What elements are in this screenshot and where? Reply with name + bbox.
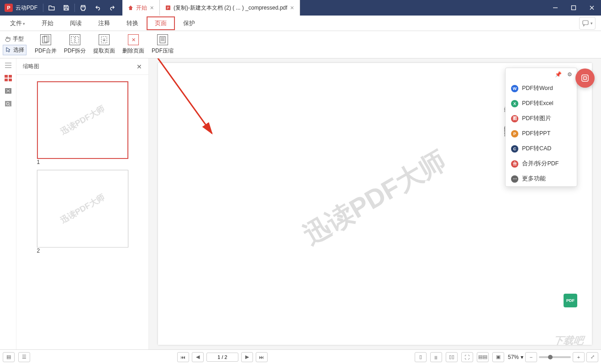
cad-icon: C xyxy=(511,145,518,153)
rail-outline-icon[interactable] xyxy=(4,61,13,69)
pager: ⏮ ◀ ▶ ⏭ xyxy=(177,352,268,362)
quick-action-button[interactable] xyxy=(575,69,595,88)
zoom-in-button[interactable]: + xyxy=(573,352,585,362)
close-icon[interactable]: ✕ xyxy=(150,5,154,11)
convert-image[interactable]: 图PDF转图片 xyxy=(506,111,577,126)
minimize-button[interactable] xyxy=(546,0,564,16)
tool-delete-page[interactable]: ✕ 删除页面 xyxy=(119,33,148,56)
tool-compress[interactable]: PDF压缩 xyxy=(148,33,177,56)
more-functions[interactable]: ⋯更多功能 xyxy=(506,171,577,186)
split-icon xyxy=(69,34,80,45)
rail-search-icon[interactable] xyxy=(4,100,13,108)
view-continuous-icon[interactable]: ⫼ xyxy=(430,352,442,362)
menu-protect[interactable]: 保护 xyxy=(175,16,203,30)
site-watermark: 下载吧 xyxy=(553,334,585,348)
convert-word[interactable]: WPDF转Word xyxy=(506,81,577,96)
menu-read[interactable]: 阅读 xyxy=(62,16,90,30)
ribbon: 手型 选择 PDF合并 PDF拆分 提取页面 ✕ 删除页面 PDF压缩 xyxy=(0,31,601,58)
svg-rect-11 xyxy=(9,75,12,78)
menu-convert[interactable]: 转换 xyxy=(118,16,147,30)
svg-rect-9 xyxy=(160,37,165,43)
view-facing-icon[interactable]: ▯▯ xyxy=(446,352,458,362)
separator xyxy=(74,4,75,12)
svg-rect-15 xyxy=(5,101,11,106)
app-name: 云动PDF xyxy=(16,4,37,12)
zoom-out-button[interactable]: − xyxy=(525,352,537,362)
svg-rect-13 xyxy=(9,79,12,81)
statusbar: ▤ ☰ ⏮ ◀ ▶ ⏭ ▯ ⫼ ▯▯ ⛶ ▤▤ ▣ 57%▾ − + ⤢ xyxy=(0,349,601,364)
save-icon[interactable] xyxy=(59,0,74,16)
tab-document[interactable]: P (复制)-新建文本文档 (2) ( ... ) _compressed.pd… xyxy=(160,0,300,16)
comments-panel-button[interactable]: ▾ xyxy=(579,17,596,30)
print-icon[interactable] xyxy=(76,0,90,16)
prev-page-button[interactable]: ◀ xyxy=(192,352,204,362)
tool-hand[interactable]: 手型 xyxy=(3,34,26,44)
menu-file[interactable]: 文件▾ xyxy=(2,16,33,30)
view-single-icon[interactable]: ▯ xyxy=(415,352,427,362)
zoom-slider[interactable] xyxy=(539,356,571,358)
first-page-button[interactable]: ⏮ xyxy=(177,352,189,362)
word-icon: W xyxy=(511,85,518,92)
thumbnail-page-2[interactable]: 迅读PDF大师 xyxy=(37,170,128,248)
view-fit-icon[interactable]: ⛶ xyxy=(461,352,473,362)
convert-panel: 📌 ⚙ WPDF转Word XPDF转Excel 图PDF转图片 PPDF转PP… xyxy=(505,68,577,187)
view-book-icon[interactable]: ▤▤ xyxy=(477,352,489,362)
thumbnail-number: 2 xyxy=(37,248,128,254)
tool-select[interactable]: 选择 xyxy=(3,45,26,55)
open-icon[interactable] xyxy=(44,0,59,16)
document-view[interactable]: 迅读PDF大师 以上就是小编给大家整理的EF Find设置中文的具体操作方法，方… xyxy=(149,58,601,349)
tool-hand-label: 手型 xyxy=(13,35,24,43)
ppt-icon: P xyxy=(511,130,518,137)
merge-icon xyxy=(40,34,51,45)
convert-excel[interactable]: XPDF转Excel xyxy=(506,96,577,111)
pin-icon[interactable]: 📌 xyxy=(555,71,562,78)
svg-rect-6 xyxy=(71,37,74,43)
sb-page-thumbs-icon[interactable]: ▤ xyxy=(3,352,15,362)
sb-outline-icon[interactable]: ☰ xyxy=(18,352,30,362)
close-button[interactable] xyxy=(583,0,601,16)
thumbnail-panel-close-icon[interactable]: ✕ xyxy=(137,63,142,70)
convert-ppt[interactable]: PPDF转PPT xyxy=(506,126,577,141)
zoom-value: 57% xyxy=(508,354,519,360)
tool-extract[interactable]: 提取页面 xyxy=(90,33,119,56)
menubar: 文件▾ 开始 阅读 注释 转换 页面 保护 ▾ xyxy=(0,16,601,31)
view-presentation-icon[interactable]: ▣ xyxy=(492,352,504,362)
compress-icon xyxy=(157,34,168,45)
thumbnail-page-1[interactable]: 迅读PDF大师 xyxy=(37,81,128,159)
page-input[interactable] xyxy=(206,353,238,362)
maximize-button[interactable] xyxy=(564,0,583,16)
undo-icon[interactable] xyxy=(90,0,105,16)
tool-merge[interactable]: PDF合并 xyxy=(31,33,60,56)
titlebar: P 云动PDF 开始 ✕ P (复制)-新建文本文档 (2) ( ... ) _… xyxy=(0,0,601,16)
rail-annotations-icon[interactable] xyxy=(4,87,13,95)
fullscreen-button[interactable]: ⤢ xyxy=(586,352,598,362)
gear-icon[interactable]: ⚙ xyxy=(567,71,572,78)
app-logo-icon: P xyxy=(5,4,13,12)
tool-select-label: 选择 xyxy=(13,46,24,54)
svg-rect-2 xyxy=(572,6,576,10)
svg-rect-7 xyxy=(75,37,79,43)
next-page-button[interactable]: ▶ xyxy=(241,352,253,362)
convert-cad[interactable]: CPDF转CAD xyxy=(506,141,577,156)
excel-icon: X xyxy=(511,100,518,107)
merge-split[interactable]: 合合并/拆分PDF xyxy=(506,156,577,171)
rail-thumbnails-icon[interactable] xyxy=(4,74,13,82)
menu-start[interactable]: 开始 xyxy=(33,16,62,30)
svg-rect-10 xyxy=(5,75,8,78)
tab-home[interactable]: 开始 ✕ xyxy=(122,0,160,16)
tool-split[interactable]: PDF拆分 xyxy=(60,33,90,56)
svg-rect-3 xyxy=(583,21,588,25)
main-area: 缩略图 ✕ 迅读PDF大师 1 迅读PDF大师 2 迅读PDF大师 以上就是小编… xyxy=(0,58,601,349)
delete-page-icon: ✕ xyxy=(128,34,139,45)
left-rail xyxy=(0,58,16,349)
zoom-controls: 57%▾ − + ⤢ xyxy=(508,352,598,362)
merge-split-icon: 合 xyxy=(511,160,518,168)
menu-annotate[interactable]: 注释 xyxy=(90,16,118,30)
close-icon[interactable]: ✕ xyxy=(290,5,294,11)
menu-page[interactable]: 页面 xyxy=(147,16,175,30)
svg-text:P: P xyxy=(167,6,169,10)
more-icon: ⋯ xyxy=(511,175,518,183)
last-page-button[interactable]: ⏭ xyxy=(256,352,268,362)
tab-label: (复制)-新建文本文档 (2) ( ... ) _compressed.pdf xyxy=(174,4,287,12)
redo-icon[interactable] xyxy=(105,0,120,16)
